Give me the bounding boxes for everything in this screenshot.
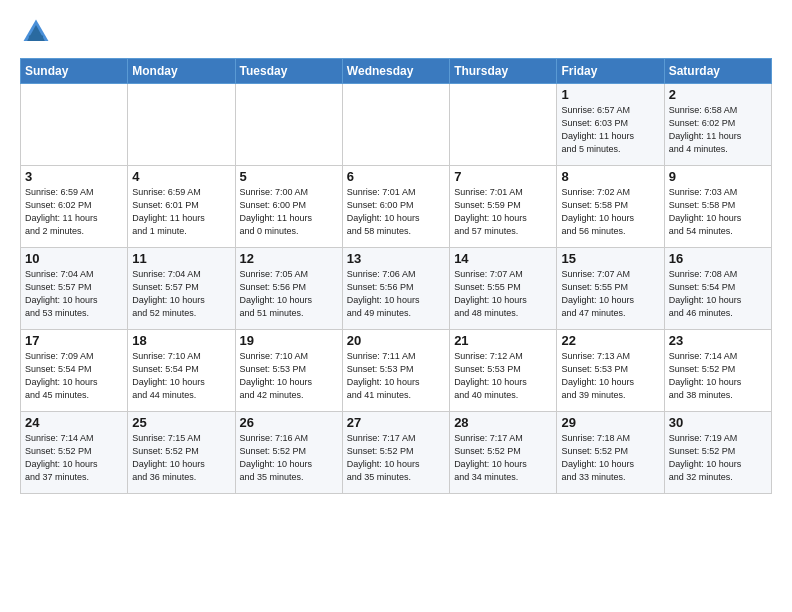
- day-number: 2: [669, 87, 767, 102]
- day-number: 26: [240, 415, 338, 430]
- day-cell: 7Sunrise: 7:01 AM Sunset: 5:59 PM Daylig…: [450, 166, 557, 248]
- day-info: Sunrise: 7:13 AM Sunset: 5:53 PM Dayligh…: [561, 350, 659, 402]
- day-info: Sunrise: 6:58 AM Sunset: 6:02 PM Dayligh…: [669, 104, 767, 156]
- weekday-header-sunday: Sunday: [21, 59, 128, 84]
- day-cell: 1Sunrise: 6:57 AM Sunset: 6:03 PM Daylig…: [557, 84, 664, 166]
- day-number: 15: [561, 251, 659, 266]
- day-info: Sunrise: 6:57 AM Sunset: 6:03 PM Dayligh…: [561, 104, 659, 156]
- page: SundayMondayTuesdayWednesdayThursdayFrid…: [0, 0, 792, 504]
- day-number: 25: [132, 415, 230, 430]
- day-cell: 12Sunrise: 7:05 AM Sunset: 5:56 PM Dayli…: [235, 248, 342, 330]
- day-cell: 5Sunrise: 7:00 AM Sunset: 6:00 PM Daylig…: [235, 166, 342, 248]
- logo-icon: [20, 16, 52, 48]
- day-cell: 16Sunrise: 7:08 AM Sunset: 5:54 PM Dayli…: [664, 248, 771, 330]
- day-cell: 15Sunrise: 7:07 AM Sunset: 5:55 PM Dayli…: [557, 248, 664, 330]
- day-cell: 3Sunrise: 6:59 AM Sunset: 6:02 PM Daylig…: [21, 166, 128, 248]
- day-info: Sunrise: 7:05 AM Sunset: 5:56 PM Dayligh…: [240, 268, 338, 320]
- day-info: Sunrise: 7:16 AM Sunset: 5:52 PM Dayligh…: [240, 432, 338, 484]
- day-cell: 20Sunrise: 7:11 AM Sunset: 5:53 PM Dayli…: [342, 330, 449, 412]
- day-info: Sunrise: 7:15 AM Sunset: 5:52 PM Dayligh…: [132, 432, 230, 484]
- day-cell: 24Sunrise: 7:14 AM Sunset: 5:52 PM Dayli…: [21, 412, 128, 494]
- day-number: 7: [454, 169, 552, 184]
- day-info: Sunrise: 7:00 AM Sunset: 6:00 PM Dayligh…: [240, 186, 338, 238]
- day-number: 21: [454, 333, 552, 348]
- weekday-header-tuesday: Tuesday: [235, 59, 342, 84]
- day-number: 5: [240, 169, 338, 184]
- week-row-4: 24Sunrise: 7:14 AM Sunset: 5:52 PM Dayli…: [21, 412, 772, 494]
- day-cell: 27Sunrise: 7:17 AM Sunset: 5:52 PM Dayli…: [342, 412, 449, 494]
- day-cell: [21, 84, 128, 166]
- day-number: 11: [132, 251, 230, 266]
- day-number: 24: [25, 415, 123, 430]
- day-number: 10: [25, 251, 123, 266]
- day-cell: [342, 84, 449, 166]
- day-cell: 14Sunrise: 7:07 AM Sunset: 5:55 PM Dayli…: [450, 248, 557, 330]
- day-info: Sunrise: 7:17 AM Sunset: 5:52 PM Dayligh…: [347, 432, 445, 484]
- calendar: SundayMondayTuesdayWednesdayThursdayFrid…: [20, 58, 772, 494]
- day-info: Sunrise: 7:14 AM Sunset: 5:52 PM Dayligh…: [25, 432, 123, 484]
- day-cell: 29Sunrise: 7:18 AM Sunset: 5:52 PM Dayli…: [557, 412, 664, 494]
- day-cell: 23Sunrise: 7:14 AM Sunset: 5:52 PM Dayli…: [664, 330, 771, 412]
- day-info: Sunrise: 7:02 AM Sunset: 5:58 PM Dayligh…: [561, 186, 659, 238]
- day-cell: 25Sunrise: 7:15 AM Sunset: 5:52 PM Dayli…: [128, 412, 235, 494]
- day-info: Sunrise: 7:03 AM Sunset: 5:58 PM Dayligh…: [669, 186, 767, 238]
- weekday-header-monday: Monday: [128, 59, 235, 84]
- day-number: 18: [132, 333, 230, 348]
- weekday-header-saturday: Saturday: [664, 59, 771, 84]
- day-info: Sunrise: 7:07 AM Sunset: 5:55 PM Dayligh…: [454, 268, 552, 320]
- day-info: Sunrise: 6:59 AM Sunset: 6:01 PM Dayligh…: [132, 186, 230, 238]
- day-cell: [128, 84, 235, 166]
- day-info: Sunrise: 7:14 AM Sunset: 5:52 PM Dayligh…: [669, 350, 767, 402]
- day-info: Sunrise: 7:09 AM Sunset: 5:54 PM Dayligh…: [25, 350, 123, 402]
- day-info: Sunrise: 7:01 AM Sunset: 5:59 PM Dayligh…: [454, 186, 552, 238]
- day-info: Sunrise: 7:10 AM Sunset: 5:54 PM Dayligh…: [132, 350, 230, 402]
- day-cell: 10Sunrise: 7:04 AM Sunset: 5:57 PM Dayli…: [21, 248, 128, 330]
- week-row-2: 10Sunrise: 7:04 AM Sunset: 5:57 PM Dayli…: [21, 248, 772, 330]
- day-number: 6: [347, 169, 445, 184]
- day-number: 1: [561, 87, 659, 102]
- week-row-3: 17Sunrise: 7:09 AM Sunset: 5:54 PM Dayli…: [21, 330, 772, 412]
- day-info: Sunrise: 7:04 AM Sunset: 5:57 PM Dayligh…: [25, 268, 123, 320]
- day-cell: 13Sunrise: 7:06 AM Sunset: 5:56 PM Dayli…: [342, 248, 449, 330]
- day-number: 14: [454, 251, 552, 266]
- day-number: 28: [454, 415, 552, 430]
- day-info: Sunrise: 6:59 AM Sunset: 6:02 PM Dayligh…: [25, 186, 123, 238]
- day-cell: 6Sunrise: 7:01 AM Sunset: 6:00 PM Daylig…: [342, 166, 449, 248]
- day-info: Sunrise: 7:19 AM Sunset: 5:52 PM Dayligh…: [669, 432, 767, 484]
- day-number: 29: [561, 415, 659, 430]
- day-number: 9: [669, 169, 767, 184]
- day-cell: 28Sunrise: 7:17 AM Sunset: 5:52 PM Dayli…: [450, 412, 557, 494]
- day-number: 27: [347, 415, 445, 430]
- day-number: 20: [347, 333, 445, 348]
- day-cell: 21Sunrise: 7:12 AM Sunset: 5:53 PM Dayli…: [450, 330, 557, 412]
- weekday-header-friday: Friday: [557, 59, 664, 84]
- day-cell: 30Sunrise: 7:19 AM Sunset: 5:52 PM Dayli…: [664, 412, 771, 494]
- day-number: 3: [25, 169, 123, 184]
- weekday-header-wednesday: Wednesday: [342, 59, 449, 84]
- day-info: Sunrise: 7:06 AM Sunset: 5:56 PM Dayligh…: [347, 268, 445, 320]
- week-row-0: 1Sunrise: 6:57 AM Sunset: 6:03 PM Daylig…: [21, 84, 772, 166]
- day-cell: 9Sunrise: 7:03 AM Sunset: 5:58 PM Daylig…: [664, 166, 771, 248]
- logo: [20, 16, 56, 48]
- day-info: Sunrise: 7:07 AM Sunset: 5:55 PM Dayligh…: [561, 268, 659, 320]
- header: [20, 16, 772, 48]
- day-cell: 18Sunrise: 7:10 AM Sunset: 5:54 PM Dayli…: [128, 330, 235, 412]
- day-number: 30: [669, 415, 767, 430]
- day-info: Sunrise: 7:12 AM Sunset: 5:53 PM Dayligh…: [454, 350, 552, 402]
- day-cell: [450, 84, 557, 166]
- day-info: Sunrise: 7:18 AM Sunset: 5:52 PM Dayligh…: [561, 432, 659, 484]
- day-info: Sunrise: 7:10 AM Sunset: 5:53 PM Dayligh…: [240, 350, 338, 402]
- day-cell: [235, 84, 342, 166]
- day-number: 4: [132, 169, 230, 184]
- day-number: 22: [561, 333, 659, 348]
- day-cell: 11Sunrise: 7:04 AM Sunset: 5:57 PM Dayli…: [128, 248, 235, 330]
- day-info: Sunrise: 7:01 AM Sunset: 6:00 PM Dayligh…: [347, 186, 445, 238]
- day-number: 12: [240, 251, 338, 266]
- day-number: 17: [25, 333, 123, 348]
- day-info: Sunrise: 7:04 AM Sunset: 5:57 PM Dayligh…: [132, 268, 230, 320]
- weekday-header-thursday: Thursday: [450, 59, 557, 84]
- day-cell: 2Sunrise: 6:58 AM Sunset: 6:02 PM Daylig…: [664, 84, 771, 166]
- day-cell: 22Sunrise: 7:13 AM Sunset: 5:53 PM Dayli…: [557, 330, 664, 412]
- day-cell: 26Sunrise: 7:16 AM Sunset: 5:52 PM Dayli…: [235, 412, 342, 494]
- day-number: 8: [561, 169, 659, 184]
